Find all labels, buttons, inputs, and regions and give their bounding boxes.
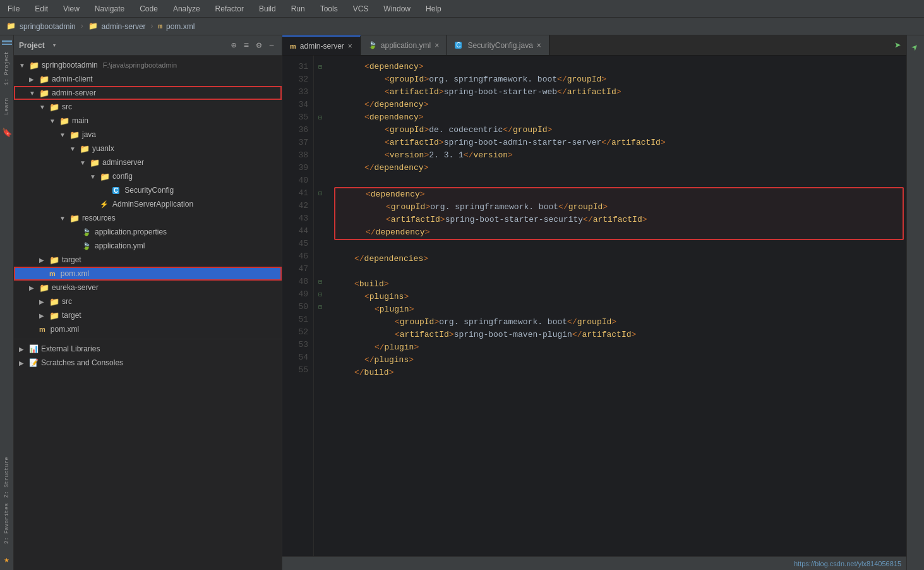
tree-item-security-config[interactable]: ▶ C SecurityConfig xyxy=(14,183,282,197)
tree-item-java[interactable]: ▼ 📁 java xyxy=(14,128,282,142)
fold-50[interactable]: ⊟ xyxy=(318,303,322,311)
fold-35[interactable]: ⊟ xyxy=(318,114,322,121)
code-area[interactable]: <dependency> <groupId>org. springframewo… xyxy=(327,56,906,556)
menu-view[interactable]: View xyxy=(61,3,82,15)
file-icon-security-config: C xyxy=(112,187,119,194)
arrow-icon-ext: ▶ xyxy=(19,346,27,353)
menu-build[interactable]: Build xyxy=(256,3,279,15)
tree-item-pom-xml[interactable]: ▶ m pom.xml xyxy=(14,267,282,281)
arrow-icon-scratches: ▶ xyxy=(19,360,27,367)
tab-label-app-yml: application.yml xyxy=(381,41,431,50)
folder-icon-target-root: 📁 xyxy=(49,311,59,320)
tab-admin-server[interactable]: m admin-server × xyxy=(282,35,361,55)
breadcrumb-pom-xml[interactable]: pom.xml xyxy=(166,22,195,31)
side-tab-favorites[interactable]: 2: Favorites xyxy=(4,503,10,544)
tab-close-security-config[interactable]: × xyxy=(537,41,541,50)
tree-item-config[interactable]: ▼ 📁 config xyxy=(14,169,282,183)
tree-item-eureka-server[interactable]: ▶ 📁 eureka-server xyxy=(14,281,282,294)
tree-divider xyxy=(14,339,282,339)
folder-icon-adminserver: 📁 xyxy=(90,158,100,167)
tree-item-springbootadmin[interactable]: ▼ 📁 springbootadmin F:\java\springbootad… xyxy=(14,58,282,72)
arrow-icon-adminserver: ▼ xyxy=(80,159,87,166)
main-layout: 1: Project Learn 🔖 Z: Structure 2: Favor… xyxy=(0,35,924,570)
add-icon[interactable]: ⊕ xyxy=(229,40,239,51)
tree-item-admin-server-app[interactable]: ▶ ⚡ AdminServerApplication xyxy=(14,197,282,211)
menu-file[interactable]: File xyxy=(5,3,22,15)
menu-tools[interactable]: Tools xyxy=(318,3,340,15)
arrow-icon-target-root: ▶ xyxy=(39,312,47,319)
arrow-icon-eureka: ▶ xyxy=(29,284,37,291)
folder-icon-eureka: 📁 xyxy=(39,283,49,293)
tree-item-adminserver[interactable]: ▼ 📁 adminserver xyxy=(14,155,282,169)
editor-content: 31 32 33 34 35 36 37 38 39 40 41 42 43 4… xyxy=(282,56,906,556)
tab-bar: m admin-server × 🍃 application.yml × C S… xyxy=(282,35,906,56)
folder-icon-admin-server: 📁 xyxy=(39,88,49,98)
menu-vcs[interactable]: VCS xyxy=(351,3,371,15)
fold-49[interactable]: ⊟ xyxy=(318,291,322,298)
tree-item-admin-server[interactable]: ▼ 📁 admin-server xyxy=(14,86,282,100)
tree-item-scratches[interactable]: ▶ 📝 Scratches and Consoles xyxy=(14,356,282,370)
side-tab-structure[interactable]: Z: Structure xyxy=(4,457,10,498)
tree-item-main[interactable]: ▼ 📁 main xyxy=(14,114,282,128)
menu-code[interactable]: Code xyxy=(137,3,160,15)
tree-item-target-as[interactable]: ▶ 📁 target xyxy=(14,253,282,267)
panel-dropdown-arrow[interactable]: ▾ xyxy=(52,41,57,49)
fold-41[interactable]: ⊟ xyxy=(318,190,322,197)
tree-item-pom-root[interactable]: ▶ m pom.xml xyxy=(14,322,282,336)
tab-security-config[interactable]: C SecurityConfig.java × xyxy=(447,35,549,55)
tree-item-app-properties[interactable]: ▶ 🍃 application.properties xyxy=(14,225,282,239)
arrow-icon-resources: ▼ xyxy=(59,215,67,222)
menu-help[interactable]: Help xyxy=(423,3,444,15)
code-line-49: <plugins> xyxy=(334,291,906,303)
tab-close-app-yml[interactable]: × xyxy=(435,41,439,50)
menu-window[interactable]: Window xyxy=(381,3,413,15)
folder-icon-java: 📁 xyxy=(69,130,80,140)
breadcrumb-admin-server[interactable]: admin-server xyxy=(102,22,146,31)
menu-edit[interactable]: Edit xyxy=(32,3,51,15)
tree-item-admin-client[interactable]: ▶ 📁 admin-client xyxy=(14,72,282,86)
label-yuanlx: yuanlx xyxy=(92,144,114,153)
label-src: src xyxy=(62,102,72,111)
arrow-icon-src: ▼ xyxy=(39,104,47,111)
menu-refactor[interactable]: Refactor xyxy=(213,3,246,15)
arrow-icon-target-as: ▶ xyxy=(39,257,47,264)
tree-item-target-root[interactable]: ▶ 📁 target xyxy=(14,308,282,322)
tree-item-resources[interactable]: ▼ 📁 resources xyxy=(14,211,282,225)
breadcrumb-springbootadmin[interactable]: springbootadmin xyxy=(20,22,76,31)
tree-item-src[interactable]: ▼ 📁 src xyxy=(14,100,282,114)
code-line-34: </dependency> xyxy=(334,99,906,111)
menu-run[interactable]: Run xyxy=(289,3,308,15)
label-app-yml: application.yml xyxy=(95,241,145,250)
tree-item-src-root[interactable]: ▶ 📁 src xyxy=(14,294,282,308)
tab-close-admin-server[interactable]: × xyxy=(348,42,352,51)
minimize-icon[interactable]: − xyxy=(267,40,277,51)
code-line-39: </dependency> xyxy=(334,162,906,174)
label-target-as: target xyxy=(62,255,81,264)
line-numbers: 31 32 33 34 35 36 37 38 39 40 41 42 43 4… xyxy=(282,56,314,556)
nav-arrow-right[interactable]: ➤ xyxy=(908,40,923,54)
left-side-tabs: 1: Project Learn 🔖 Z: Structure 2: Favor… xyxy=(0,35,14,570)
tree-item-external-libs[interactable]: ▶ 📊 External Libraries xyxy=(14,342,282,356)
collapse-icon[interactable]: ≡ xyxy=(241,40,251,51)
menu-analyze[interactable]: Analyze xyxy=(171,3,203,15)
label-app-properties: application.properties xyxy=(95,227,167,236)
tab-application-yml[interactable]: 🍃 application.yml × xyxy=(361,35,447,55)
menu-navigate[interactable]: Navigate xyxy=(92,3,127,15)
star-icon[interactable]: ★ xyxy=(4,554,9,565)
code-line-54: </plugins> xyxy=(334,354,906,367)
label-external-libs: External Libraries xyxy=(41,344,100,353)
side-tab-project[interactable]: 1: Project xyxy=(4,51,10,85)
settings-icon[interactable]: ⚙ xyxy=(254,40,264,51)
label-resources: resources xyxy=(82,214,116,222)
side-tab-learn[interactable]: Learn xyxy=(4,98,10,115)
tree-item-yuanlx[interactable]: ▼ 📁 yuanlx xyxy=(14,142,282,155)
tree-item-app-yml[interactable]: ▶ 🍃 application.yml xyxy=(14,239,282,253)
code-line-44: </dependency> xyxy=(335,226,903,239)
label-src-root: src xyxy=(62,297,72,306)
label-java: java xyxy=(82,130,96,139)
fold-48[interactable]: ⊟ xyxy=(318,278,322,286)
arrow-icon-yuanlx: ▼ xyxy=(69,145,77,152)
tab-label-admin-server: admin-server xyxy=(300,42,344,51)
fold-31[interactable]: ⊟ xyxy=(318,63,322,71)
code-line-51: <groupId>org. springframework. boot</gro… xyxy=(334,316,906,329)
